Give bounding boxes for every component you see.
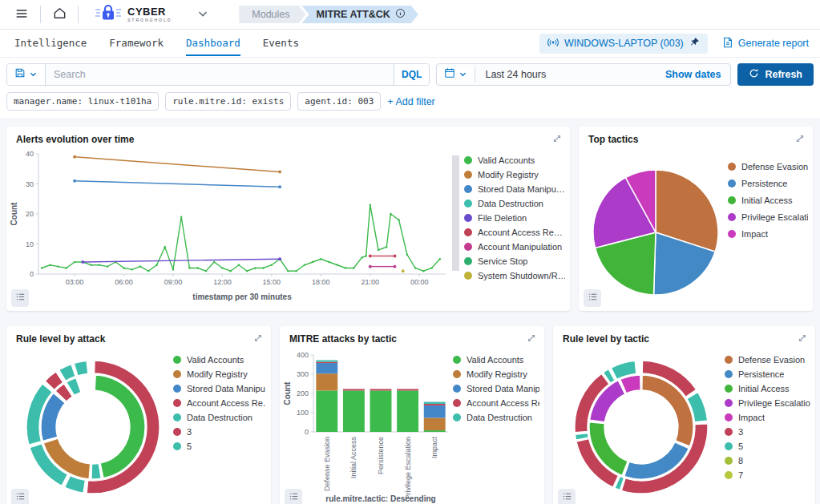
data-point[interactable] (295, 270, 297, 272)
legend-toggle-button[interactable] (584, 289, 601, 307)
data-point[interactable] (337, 264, 338, 266)
data-point[interactable] (394, 255, 397, 258)
data-point[interactable] (41, 267, 42, 268)
data-point[interactable] (402, 269, 405, 272)
legend-item[interactable]: Account Access Re… (464, 228, 565, 237)
legend-item[interactable]: 5 (173, 442, 266, 451)
time-range-value[interactable]: Last 24 hours (475, 69, 656, 80)
legend-item[interactable]: Account Manipulation (464, 242, 565, 252)
calendar-button[interactable] (437, 67, 475, 82)
data-point[interactable] (180, 216, 182, 218)
data-point[interactable] (229, 270, 231, 272)
data-point[interactable] (238, 264, 240, 266)
legend-item[interactable]: 3 (725, 427, 810, 437)
legend-item[interactable]: Account Access Re… (453, 398, 539, 408)
dql-button[interactable]: DQL (394, 64, 429, 85)
legend-item[interactable]: 8 (725, 456, 810, 466)
tab-intelligence[interactable]: Intelligence (14, 30, 87, 56)
breadcrumb-modules[interactable]: Modules (239, 6, 305, 23)
bar-segment[interactable] (397, 389, 418, 390)
data-point[interactable] (99, 264, 100, 266)
home-button[interactable] (46, 2, 73, 26)
legend-item[interactable]: Stored Data Manipu… (464, 184, 565, 194)
data-point[interactable] (278, 171, 281, 174)
legend-item[interactable]: Defense Evasion (725, 355, 810, 365)
bar-segment[interactable] (343, 389, 365, 390)
data-point[interactable] (73, 155, 76, 159)
data-point[interactable] (304, 264, 305, 266)
data-point[interactable] (172, 268, 174, 270)
bar-segment[interactable] (343, 390, 365, 432)
legend-item[interactable]: Impact (728, 229, 808, 239)
filter-pill-manager-name[interactable]: manager.name: linux-t101ha (6, 92, 159, 111)
data-point[interactable] (414, 267, 416, 268)
legend-item[interactable]: Persistence (728, 179, 808, 188)
breadcrumb-mitre-attack[interactable]: MITRE ATT&CK (302, 6, 418, 23)
data-point[interactable] (271, 264, 273, 266)
legend-item[interactable]: Data Destruction (453, 413, 539, 422)
data-point[interactable] (398, 219, 399, 220)
bar-segment[interactable] (370, 390, 392, 432)
legend-item[interactable]: Persistence (725, 369, 810, 379)
data-point[interactable] (49, 264, 50, 266)
refresh-button[interactable]: Refresh (737, 63, 814, 86)
data-point[interactable] (246, 270, 248, 272)
legend-toggle-button[interactable] (285, 489, 302, 504)
data-point[interactable] (312, 261, 313, 263)
data-point[interactable] (73, 179, 76, 183)
legend-item[interactable]: Impact (725, 413, 810, 422)
bar-segment[interactable] (397, 390, 418, 432)
tab-events[interactable]: Events (263, 30, 299, 56)
data-point[interactable] (365, 255, 366, 256)
pin-icon[interactable] (689, 37, 700, 50)
filter-pill-agent-id[interactable]: agent.id: 003 (297, 92, 381, 111)
tab-dashboard[interactable]: Dashboard (186, 30, 240, 56)
legend-scrollbar[interactable] (452, 155, 459, 271)
data-point[interactable] (123, 267, 124, 268)
legend-item[interactable]: Data Destruction (173, 413, 266, 422)
expand-panel-button[interactable] (552, 134, 562, 146)
legend-item[interactable]: Valid Accounts (453, 355, 539, 365)
bar-segment[interactable] (424, 402, 446, 404)
data-point[interactable] (328, 261, 329, 263)
legend-item[interactable]: 3 (173, 427, 266, 437)
bar-segment[interactable] (424, 430, 446, 432)
show-dates-button[interactable]: Show dates (656, 69, 730, 80)
expand-panel-button[interactable] (795, 134, 805, 146)
legend-item[interactable]: 5 (725, 442, 810, 451)
legend-item[interactable]: System Shutdown/R… (464, 271, 565, 280)
data-point[interactable] (74, 261, 75, 263)
data-point[interactable] (213, 261, 215, 263)
data-point[interactable] (57, 265, 59, 267)
data-point[interactable] (422, 270, 424, 272)
data-point[interactable] (81, 260, 84, 264)
legend-toggle-button[interactable] (558, 489, 576, 504)
data-point[interactable] (164, 246, 166, 248)
legend-item[interactable]: Stored Data Manipu… (453, 384, 539, 393)
expand-panel-button[interactable] (798, 333, 807, 345)
data-point[interactable] (66, 267, 67, 268)
legend-toggle-button[interactable] (11, 489, 29, 504)
data-point[interactable] (278, 185, 281, 188)
data-point[interactable] (262, 267, 264, 268)
data-point[interactable] (156, 264, 157, 266)
data-point[interactable] (353, 267, 354, 268)
data-point[interactable] (107, 265, 108, 267)
bar-segment[interactable] (424, 404, 446, 405)
legend-item[interactable]: Account Access Re… (173, 398, 266, 408)
search-input[interactable] (46, 64, 394, 85)
data-point[interactable] (147, 270, 149, 272)
expand-panel-button[interactable] (253, 333, 263, 345)
data-point[interactable] (369, 265, 372, 268)
ring-segment[interactable] (59, 365, 75, 381)
add-filter-button[interactable]: + Add filter (387, 96, 434, 107)
data-point[interactable] (439, 258, 441, 260)
data-point[interactable] (345, 267, 346, 268)
data-point[interactable] (378, 249, 379, 251)
data-point[interactable] (430, 267, 432, 268)
bar-segment[interactable] (370, 389, 392, 390)
legend-item[interactable]: Initial Access (725, 384, 810, 393)
filter-pill-rule-mitre-id[interactable]: rule.mitre.id: exists (165, 92, 291, 111)
bar-segment[interactable] (424, 405, 446, 418)
legend-item[interactable]: Valid Accounts (173, 355, 266, 365)
